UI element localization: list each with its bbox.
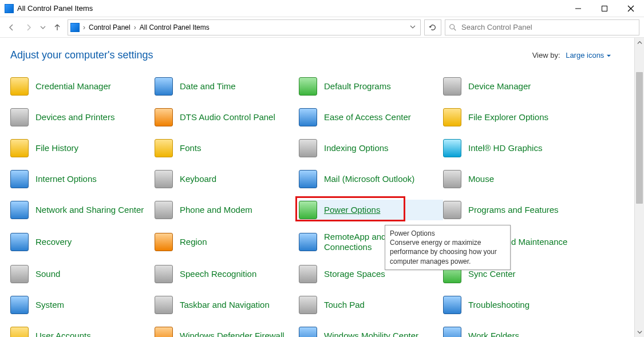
item-label: File Explorer Options [468, 112, 548, 122]
item-icon [299, 77, 317, 96]
item-label: Credential Manager [35, 81, 111, 92]
control-panel-item[interactable]: Keyboard [155, 169, 299, 189]
item-icon [10, 233, 29, 251]
control-panel-item[interactable]: Sound [10, 264, 155, 284]
up-button[interactable] [50, 21, 64, 34]
scroll-down-button[interactable] [635, 327, 644, 337]
control-panel-item[interactable]: Work Folders [443, 326, 587, 337]
vertical-scrollbar[interactable] [634, 38, 644, 337]
search-input[interactable] [460, 22, 635, 32]
content-area: Adjust your computer's settings View by:… [0, 38, 634, 337]
control-panel-item[interactable]: DTS Audio Control Panel [155, 107, 299, 128]
address-dropdown-icon[interactable] [408, 23, 418, 31]
control-panel-item[interactable]: Touch Pad [299, 295, 443, 315]
item-icon [155, 265, 173, 283]
control-panel-item[interactable]: Network and Sharing Center [10, 200, 155, 220]
control-panel-item[interactable]: Internet Options [10, 169, 155, 189]
item-icon [443, 201, 461, 219]
item-icon [10, 108, 29, 126]
item-icon [299, 170, 317, 188]
title-bar: All Control Panel Items [0, 0, 644, 17]
control-panel-item[interactable]: Credential Manager [10, 76, 155, 97]
item-label: Mouse [468, 174, 494, 184]
item-label: Work Folders [468, 331, 519, 337]
item-label: Taskbar and Navigation [180, 300, 270, 310]
forward-button[interactable] [22, 21, 35, 34]
refresh-button[interactable] [424, 19, 441, 35]
item-label: Windows Mobility Center [324, 331, 418, 337]
control-panel-item[interactable]: Taskbar and Navigation [155, 295, 299, 315]
window-title: All Control Panel Items [17, 4, 565, 13]
tooltip-title: Power Options [390, 229, 505, 238]
maximize-button[interactable] [591, 0, 618, 17]
item-icon [10, 139, 29, 157]
svg-line-5 [454, 28, 456, 30]
item-label: Internet Options [35, 174, 97, 184]
item-icon [155, 139, 173, 157]
control-panel-item[interactable]: Troubleshooting [443, 295, 587, 315]
tooltip-body: Conserve energy or maximize performance … [390, 239, 497, 265]
tooltip: Power Options Conserve energy or maximiz… [385, 225, 511, 270]
control-panel-item[interactable]: Mouse [443, 169, 587, 189]
breadcrumb-root[interactable]: Control Panel [89, 23, 131, 31]
control-panel-item[interactable]: File History [10, 138, 155, 158]
control-panel-item[interactable]: Indexing Options [299, 138, 443, 158]
recent-locations-button[interactable] [39, 21, 47, 34]
item-icon [10, 77, 29, 96]
close-button[interactable] [618, 0, 644, 17]
item-label: Devices and Printers [35, 112, 114, 122]
control-panel-item[interactable]: Region [155, 231, 299, 253]
control-panel-item[interactable]: Default Programs [299, 76, 443, 97]
crumb-chevron-icon[interactable]: › [133, 23, 137, 31]
control-panel-item[interactable]: File Explorer Options [443, 107, 587, 128]
item-icon [155, 108, 173, 126]
item-icon [155, 233, 173, 251]
back-button[interactable] [5, 21, 18, 34]
control-panel-item[interactable]: Speech Recognition [155, 264, 299, 284]
search-icon [449, 23, 457, 31]
item-icon [155, 77, 173, 96]
breadcrumb-current[interactable]: All Control Panel Items [140, 23, 210, 31]
control-panel-item[interactable]: Windows Defender Firewall [155, 326, 299, 337]
item-label: Sound [35, 269, 60, 279]
item-icon [10, 296, 29, 314]
control-panel-item[interactable]: Phone and Modem [155, 200, 299, 220]
view-by-value[interactable]: Large icons [566, 51, 611, 60]
item-label: Windows Defender Firewall [180, 331, 285, 337]
item-label: Keyboard [180, 174, 216, 184]
address-bar-icon [70, 23, 80, 32]
control-panel-item[interactable]: Power Options [299, 200, 443, 220]
control-panel-item[interactable]: Fonts [155, 138, 299, 158]
crumb-chevron-icon[interactable]: › [82, 23, 86, 31]
item-label: Region [180, 237, 207, 247]
control-panel-item[interactable]: Device Manager [443, 76, 587, 97]
control-panel-item[interactable]: System [10, 295, 155, 315]
control-panel-item[interactable]: Date and Time [155, 76, 299, 97]
item-icon [443, 108, 461, 126]
control-panel-item[interactable]: Recovery [10, 231, 155, 253]
address-bar[interactable]: › Control Panel › All Control Panel Item… [68, 19, 421, 35]
minimize-button[interactable] [565, 0, 591, 17]
item-label: Sync Center [468, 269, 516, 279]
item-icon [299, 265, 317, 283]
item-label: User Accounts [35, 331, 91, 337]
search-box[interactable] [445, 19, 639, 35]
item-icon [443, 327, 461, 337]
control-panel-item[interactable]: Intel® HD Graphics [443, 138, 587, 158]
control-panel-item[interactable]: Devices and Printers [10, 107, 155, 128]
scrollbar-thumb[interactable] [636, 72, 643, 204]
item-label: System [35, 300, 64, 310]
item-icon [155, 296, 173, 314]
control-panel-item[interactable]: Mail (Microsoft Outlook) [299, 169, 443, 189]
scroll-up-button[interactable] [635, 38, 644, 47]
control-panel-item[interactable]: Ease of Access Center [299, 107, 443, 128]
item-icon [155, 201, 173, 219]
view-by-control[interactable]: View by: Large icons [532, 51, 611, 60]
item-icon [10, 327, 29, 337]
item-icon [10, 201, 29, 219]
control-panel-item[interactable]: Windows Mobility Center [299, 326, 443, 337]
item-icon [299, 296, 317, 314]
control-panel-item[interactable]: User Accounts [10, 326, 155, 337]
item-label: File History [35, 143, 78, 153]
control-panel-item[interactable]: Programs and Features [443, 200, 587, 220]
